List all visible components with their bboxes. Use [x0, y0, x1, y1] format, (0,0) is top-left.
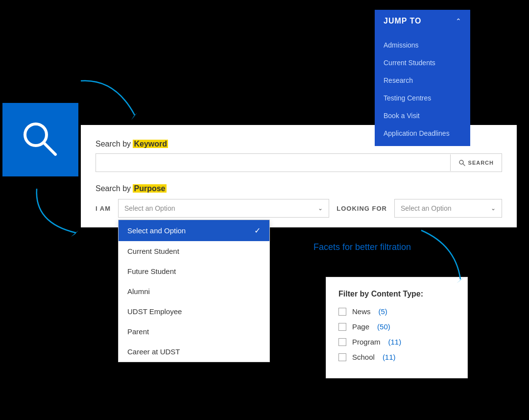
filter-count-school: (11)	[383, 353, 396, 361]
filter-item-program: Program (11)	[338, 338, 455, 346]
jump-to-application-deadlines[interactable]: Application Deadlines	[375, 124, 470, 142]
filter-checkbox-page[interactable]	[338, 323, 346, 331]
i-am-chevron-icon: ⌄	[318, 205, 323, 212]
dropdown-item-parent[interactable]: Parent	[119, 321, 269, 342]
jump-to-research[interactable]: Research	[375, 72, 470, 89]
svg-marker-3	[71, 230, 78, 237]
i-am-dropdown[interactable]: Select an Option ⌄	[118, 199, 329, 218]
search-icon-box	[2, 103, 78, 176]
search-icon-small	[458, 159, 465, 166]
dropdown-open: Select and Option ✓ Current Student Futu…	[118, 220, 270, 362]
arrow-annotation-1	[76, 76, 154, 130]
filter-item-school: School (11)	[338, 353, 455, 361]
dropdown-item-udst-employee[interactable]: UDST Employee	[119, 301, 269, 321]
filter-checkbox-program[interactable]	[338, 338, 346, 346]
dropdown-item-future-student[interactable]: Future Student	[119, 261, 269, 281]
search-magnifier-icon	[19, 118, 63, 162]
purpose-label: Search by Purpose	[96, 184, 502, 193]
i-am-label: I AM	[96, 205, 111, 212]
jump-to-items: Admissions Current Students Research Tes…	[375, 32, 470, 146]
filter-box: Filter by Content Type: News (5) Page (5…	[326, 277, 468, 378]
purpose-row: I AM Select an Option ⌄ Select and Optio…	[96, 199, 502, 218]
search-button[interactable]: SEARCH	[450, 154, 502, 171]
jump-to-title: JUMP TO	[384, 17, 422, 25]
facets-annotation: Facets for better filtration	[313, 242, 411, 252]
filter-label-program: Program	[352, 338, 381, 346]
jump-to-panel: JUMP TO ⌃ Admissions Current Students Re…	[375, 10, 470, 146]
svg-line-1	[44, 143, 55, 154]
dropdown-item-career-udst[interactable]: Career at UDST	[119, 342, 269, 362]
filter-item-news: News (5)	[338, 307, 455, 316]
jump-to-book-a-visit[interactable]: Book a Visit	[375, 107, 470, 124]
filter-count-news: (5)	[379, 307, 387, 316]
dropdown-item-current-student[interactable]: Current Student	[119, 241, 269, 261]
jump-to-testing-centres[interactable]: Testing Centres	[375, 89, 470, 107]
filter-checkbox-news[interactable]	[338, 308, 346, 316]
filter-label-school: School	[352, 353, 375, 361]
dropdown-item-selected[interactable]: Select and Option ✓	[119, 220, 269, 241]
filter-count-page: (50)	[377, 322, 390, 331]
filter-item-page: Page (50)	[338, 322, 455, 331]
svg-line-6	[463, 164, 465, 166]
looking-for-label: LOOKING FOR	[337, 205, 387, 212]
checkmark-icon: ✓	[254, 226, 261, 235]
dropdown-item-alumni[interactable]: Alumni	[119, 281, 269, 301]
jump-to-header[interactable]: JUMP TO ⌃	[375, 10, 470, 32]
filter-title: Filter by Content Type:	[338, 290, 455, 298]
keyword-highlight: Keyword	[133, 140, 168, 148]
jump-to-admissions[interactable]: Admissions	[375, 36, 470, 54]
arrow-annotation-2	[32, 184, 86, 243]
jump-to-current-students[interactable]: Current Students	[375, 54, 470, 72]
filter-label-news: News	[352, 307, 371, 316]
looking-for-dropdown[interactable]: Select an Option ⌄	[394, 199, 502, 218]
search-purpose-section: Search by Purpose I AM Select an Option …	[96, 184, 502, 218]
keyword-search-row: SEARCH	[96, 153, 502, 172]
purpose-highlight: Purpose	[133, 184, 166, 193]
looking-for-chevron-icon: ⌄	[491, 205, 496, 212]
filter-checkbox-school[interactable]	[338, 353, 346, 361]
jump-to-chevron-icon: ⌃	[456, 17, 461, 25]
svg-marker-2	[131, 113, 137, 120]
keyword-search-input[interactable]	[96, 154, 450, 172]
filter-label-page: Page	[352, 322, 369, 331]
filter-count-program: (11)	[388, 338, 402, 346]
